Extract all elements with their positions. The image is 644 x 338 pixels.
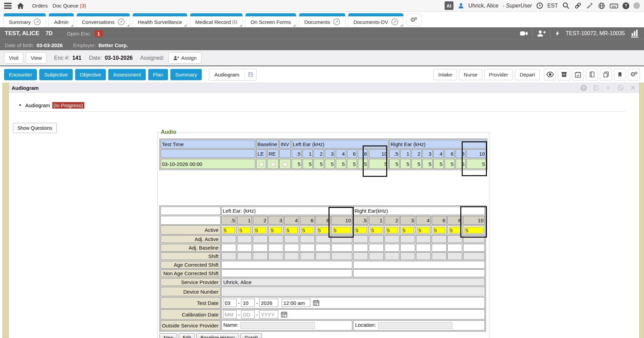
module-settings-button[interactable]: ⚙⚙ bbox=[406, 14, 422, 26]
globe-icon[interactable] bbox=[598, 2, 605, 10]
section-close-button[interactable]: × bbox=[627, 83, 639, 93]
wand-icon[interactable] bbox=[586, 2, 594, 10]
home-icon[interactable] bbox=[16, 2, 25, 10]
test-date-year-input[interactable] bbox=[259, 299, 278, 307]
archive-button[interactable] bbox=[558, 69, 570, 81]
adj-baseline-cell[interactable] bbox=[284, 244, 299, 252]
view-button[interactable]: View bbox=[26, 52, 46, 64]
active-threshold-input[interactable]: 5 bbox=[254, 227, 266, 234]
adj-baseline-cell[interactable] bbox=[300, 244, 315, 252]
adj-baseline-cell[interactable] bbox=[384, 244, 400, 252]
adj-baseline-cell[interactable] bbox=[416, 244, 431, 252]
active-threshold-input[interactable]: 5 bbox=[386, 227, 398, 234]
module-tab-medical-record[interactable]: Medical Record(1) bbox=[190, 13, 243, 27]
adj-baseline-cell[interactable] bbox=[432, 244, 447, 252]
bookmark-button[interactable] bbox=[614, 69, 626, 81]
preview-eye-button[interactable] bbox=[544, 69, 556, 81]
section-collapse-button[interactable]: » bbox=[602, 83, 614, 93]
save-icon-slot[interactable] bbox=[244, 69, 256, 80]
checkbox-inv[interactable] bbox=[283, 162, 287, 167]
test-time-input[interactable] bbox=[282, 299, 310, 307]
note-tab-subjective[interactable]: Subjective bbox=[39, 69, 72, 80]
video-camera-icon[interactable] bbox=[519, 29, 528, 38]
device-number-input[interactable] bbox=[223, 288, 483, 295]
adj-baseline-cell[interactable] bbox=[237, 244, 252, 252]
active-threshold-input[interactable]: 5 bbox=[354, 227, 367, 234]
adj-baseline-cell[interactable] bbox=[316, 244, 331, 252]
note-tab-encounter[interactable]: Encounter bbox=[4, 69, 37, 80]
module-tab-health-surveillance[interactable]: Health Surveillance bbox=[132, 13, 187, 27]
active-threshold-input[interactable]: 5 bbox=[301, 227, 313, 234]
adj-baseline-cell[interactable] bbox=[331, 244, 352, 252]
graph-button[interactable]: Graph bbox=[240, 333, 262, 338]
module-tab-admin[interactable]: Admin bbox=[48, 13, 74, 27]
calibration-month-input[interactable] bbox=[223, 310, 237, 319]
checkbox-baseline-le[interactable] bbox=[259, 162, 264, 167]
test-date-calendar-button[interactable] bbox=[312, 299, 321, 307]
active-threshold-input[interactable]: 5 bbox=[270, 227, 282, 234]
active-threshold-input[interactable]: 5 bbox=[285, 227, 298, 234]
active-threshold-input[interactable]: 5 bbox=[417, 227, 430, 234]
module-tab-on-screen-forms[interactable]: On Screen Forms bbox=[245, 13, 296, 27]
search-icon[interactable] bbox=[562, 2, 570, 10]
audiogram-form-tab[interactable]: Audiogram bbox=[209, 69, 257, 81]
keyboard-icon[interactable] bbox=[610, 1, 618, 10]
baseline-history-button[interactable]: Baseline History bbox=[196, 333, 239, 338]
note-tab-assessment[interactable]: Assessment bbox=[108, 69, 146, 80]
visit-button[interactable]: Visit bbox=[4, 52, 23, 64]
assign-button[interactable]: Assign bbox=[168, 52, 201, 64]
adj-baseline-cell[interactable] bbox=[353, 244, 368, 252]
adj-baseline-cell[interactable] bbox=[369, 244, 384, 252]
intake-button[interactable]: Intake bbox=[433, 69, 457, 80]
calibration-year-input[interactable] bbox=[259, 310, 278, 319]
adj-baseline-cell[interactable] bbox=[221, 244, 236, 252]
calendar-check-button[interactable] bbox=[572, 69, 584, 81]
calibration-day-input[interactable] bbox=[241, 310, 255, 319]
chart-book-button[interactable] bbox=[586, 69, 598, 81]
module-tab-documents-dv[interactable]: Documents-DV↗ bbox=[348, 13, 404, 27]
adj-baseline-cell[interactable] bbox=[400, 244, 415, 252]
adj-baseline-cell[interactable] bbox=[268, 244, 283, 252]
doc-queue-link[interactable]: Doc Queue (3) bbox=[53, 3, 86, 9]
depart-button[interactable]: Depart bbox=[515, 69, 540, 80]
active-threshold-input[interactable]: 5 bbox=[317, 227, 329, 234]
adj-baseline-cell[interactable] bbox=[253, 244, 268, 252]
adj-baseline-cell[interactable] bbox=[447, 244, 462, 252]
edit-button[interactable]: Edit bbox=[179, 333, 195, 338]
note-tab-objective[interactable]: Objective bbox=[75, 69, 106, 80]
active-threshold-input[interactable]: 5 bbox=[449, 227, 461, 234]
module-tab-summary[interactable]: Summary↗ bbox=[3, 13, 46, 27]
ai-badge[interactable]: AI bbox=[445, 1, 453, 10]
active-threshold-input[interactable]: 5 bbox=[238, 227, 251, 234]
hamburger-menu-icon[interactable] bbox=[4, 3, 12, 9]
test-date-day-input[interactable] bbox=[241, 299, 255, 307]
chart-icon[interactable] bbox=[630, 29, 639, 38]
section-book-button[interactable] bbox=[590, 83, 602, 93]
outside-name-input[interactable] bbox=[240, 322, 315, 329]
assign-person-icon[interactable] bbox=[537, 29, 546, 38]
bolt-icon[interactable] bbox=[555, 29, 560, 38]
active-threshold-input[interactable]: 5 bbox=[370, 227, 382, 234]
checkbox-baseline-re[interactable] bbox=[271, 162, 275, 167]
test-date-month-input[interactable] bbox=[223, 299, 237, 307]
new-button[interactable]: New bbox=[159, 333, 177, 338]
section-help-button[interactable]: ? bbox=[577, 83, 590, 93]
copy-button[interactable] bbox=[600, 69, 612, 81]
link-icon[interactable] bbox=[574, 2, 582, 10]
settings-button[interactable]: ⚙⚙ bbox=[628, 69, 640, 81]
test-time-value[interactable]: 03-10-2026 00:00 bbox=[160, 159, 255, 169]
show-questions-button[interactable]: Show Questions bbox=[13, 123, 57, 133]
provider-button[interactable]: Provider bbox=[484, 69, 513, 80]
note-tab-plan[interactable]: Plan bbox=[148, 69, 168, 80]
active-threshold-input[interactable]: 5 bbox=[333, 227, 351, 234]
outside-location-input[interactable] bbox=[378, 322, 452, 329]
note-tab-summary[interactable]: Summary bbox=[170, 69, 202, 80]
orders-link[interactable]: Orders bbox=[32, 3, 48, 9]
active-threshold-input[interactable]: 5 bbox=[464, 227, 484, 234]
active-threshold-input[interactable]: 5 bbox=[402, 227, 414, 234]
nurse-button[interactable]: Nurse bbox=[459, 69, 482, 80]
module-tab-conversations[interactable]: Conversations↗ bbox=[76, 13, 130, 27]
open-enc-count-badge[interactable]: 1 bbox=[95, 30, 103, 37]
section-cancel-button[interactable] bbox=[614, 83, 627, 93]
module-tab-documents[interactable]: Documents↗ bbox=[299, 13, 346, 27]
